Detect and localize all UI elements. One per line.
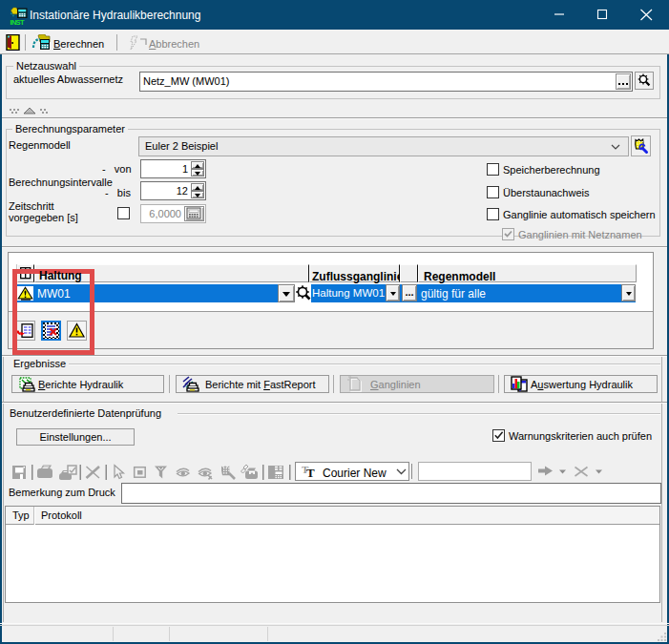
svg-text:T: T (306, 466, 315, 479)
svg-text:INST: INST (10, 18, 25, 26)
